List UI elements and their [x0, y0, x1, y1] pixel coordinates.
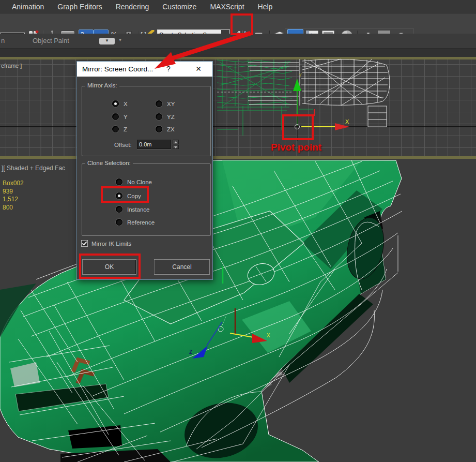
radio-axis-yz[interactable]: YZ — [156, 113, 175, 120]
ribbon-caret-icon[interactable]: ▾ — [119, 37, 121, 42]
dialog-help-button[interactable]: ? — [164, 62, 173, 77]
ribbon-minimize-button[interactable]: ▼ — [99, 38, 115, 44]
x-axis-label: X — [345, 118, 349, 125]
radio-dot — [116, 178, 122, 185]
stat-object-name: Box002 — [3, 180, 24, 188]
viewport-statistics: Box002 939 1,512 800 — [3, 180, 24, 212]
menu-rendering[interactable]: Rendering — [109, 0, 156, 13]
radio-dot — [156, 126, 162, 132]
radio-label: No Clone — [127, 179, 152, 185]
offset-input[interactable]: 0.0m — [137, 140, 171, 149]
main-toolbar: ⌄ 3 — [0, 13, 476, 35]
ok-button[interactable]: OK — [82, 259, 136, 275]
offset-spinner[interactable] — [173, 140, 179, 149]
clone-selection-group-label: Clone Selection: — [85, 160, 133, 166]
radio-label: YZ — [167, 114, 175, 120]
radio-axis-zx[interactable]: ZX — [156, 126, 175, 132]
ribbon-tab-partial[interactable]: n — [1, 37, 5, 44]
radio-dot — [112, 126, 119, 132]
3dsmax-window: Animation Graph Editors Rendering Custom… — [0, 0, 476, 462]
clone-selection-group: Clone Selection: No Clone Copy Instance … — [82, 163, 211, 236]
viewport-perspective-label[interactable]: ][ Shaded + Edged Fac — [2, 165, 65, 172]
radio-axis-z[interactable]: Z — [112, 126, 127, 132]
mirror-axis-group-label: Mirror Axis: — [85, 82, 119, 88]
cancel-button[interactable]: Cancel — [154, 259, 210, 275]
stat-line3: 1,512 — [3, 196, 24, 204]
offset-label: Offset: — [114, 142, 132, 148]
ribbon-collapsed-strip — [0, 49, 476, 57]
x-axis-label: X — [267, 333, 270, 338]
menu-customize[interactable]: Customize — [156, 0, 203, 13]
radio-dot — [116, 192, 122, 199]
radio-axis-xy[interactable]: XY — [156, 100, 175, 107]
radio-label: XY — [167, 101, 175, 107]
radio-dot — [116, 206, 122, 213]
radio-dot — [156, 100, 162, 107]
radio-label: Z — [124, 126, 127, 132]
radio-label: Y — [124, 114, 128, 120]
radio-no-clone[interactable]: No Clone — [116, 178, 152, 185]
menu-graph-editors[interactable]: Graph Editors — [51, 0, 109, 13]
radio-label: X — [124, 101, 128, 107]
spinner-down-icon[interactable] — [173, 145, 179, 150]
stat-line2: 939 — [3, 188, 24, 196]
z-axis-label: Z — [189, 349, 192, 355]
mirror-axis-group: Mirror Axis: X Y Z XY YZ — [82, 86, 211, 156]
menu-help[interactable]: Help — [251, 0, 280, 13]
menu-maxscript[interactable]: MAXScript — [203, 0, 251, 13]
radio-axis-y[interactable]: Y — [112, 113, 128, 120]
radio-label: Instance — [127, 206, 149, 213]
checkbox-label: Mirror IK Limits — [91, 241, 131, 247]
mirror-ik-limits-checkbox[interactable]: Mirror IK Limits — [81, 240, 131, 247]
radio-copy[interactable]: Copy — [116, 192, 141, 199]
dialog-title-bar[interactable]: Mirror: Screen Coord... ? ✕ — [77, 62, 212, 77]
ribbon-tab-object-paint[interactable]: Object Paint — [33, 37, 69, 44]
stat-line4: 800 — [3, 204, 24, 212]
radio-label: Copy — [127, 193, 141, 199]
radio-dot — [116, 219, 122, 226]
ribbon-bar — [0, 34, 476, 49]
dialog-title: Mirror: Screen Coord... — [82, 62, 153, 77]
viewport-perspective-canvas[interactable]: Z X — [0, 159, 476, 462]
radio-dot — [156, 113, 162, 120]
radio-instance[interactable]: Instance — [116, 206, 149, 213]
radio-dot — [112, 113, 119, 120]
viewport-top-canvas[interactable]: Y X — [0, 57, 476, 159]
spinner-up-icon[interactable] — [173, 140, 179, 144]
y-axis-label: Y — [299, 72, 302, 78]
radio-label: Reference — [127, 219, 155, 226]
radio-axis-x[interactable]: X — [112, 100, 128, 107]
mirror-dialog: Mirror: Screen Coord... ? ✕ Mirror Axis:… — [76, 61, 213, 280]
y-axis-arrow-icon — [293, 79, 301, 91]
radio-reference[interactable]: Reference — [116, 219, 155, 226]
green-wireframe-car-top — [217, 59, 313, 136]
checkbox-icon[interactable] — [81, 240, 88, 247]
menu-bar: Animation Graph Editors Rendering Custom… — [0, 0, 476, 13]
radio-dot — [112, 100, 119, 107]
menu-animation[interactable]: Animation — [5, 0, 51, 13]
dialog-close-button[interactable]: ✕ — [193, 62, 204, 77]
radio-label: ZX — [167, 126, 175, 132]
viewport-top-label[interactable]: eframe ] — [1, 63, 22, 69]
